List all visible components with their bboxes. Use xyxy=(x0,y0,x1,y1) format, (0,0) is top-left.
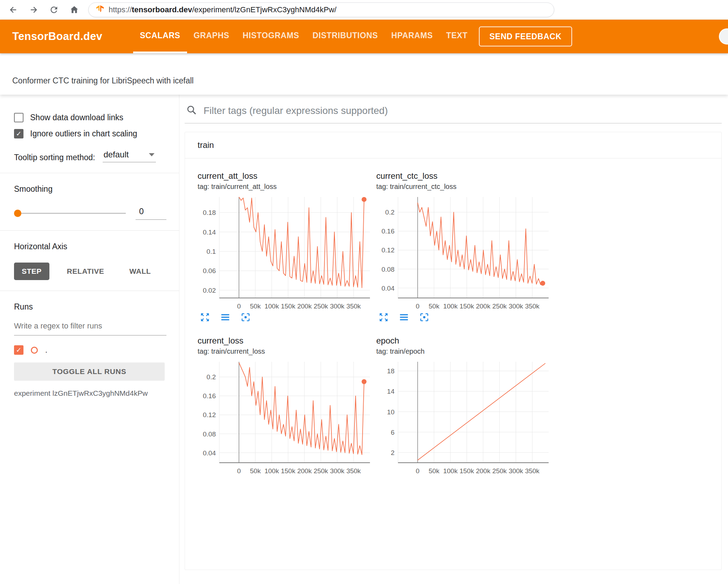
reload-icon[interactable] xyxy=(49,5,59,15)
chevron-down-icon xyxy=(149,153,154,156)
smoothing-label: Smoothing xyxy=(14,184,166,194)
chart-title: epoch xyxy=(376,336,555,346)
section-header-train[interactable]: train xyxy=(185,132,721,158)
toggle-all-runs-button[interactable]: TOGGLE ALL RUNS xyxy=(14,362,165,381)
checkbox-ignore-outliers[interactable]: ✓ xyxy=(14,129,23,138)
svg-text:250k: 250k xyxy=(314,303,328,310)
search-icon xyxy=(186,104,197,117)
run-checkbox[interactable]: ✓ xyxy=(14,345,23,355)
axis-step-button[interactable]: STEP xyxy=(14,263,49,280)
svg-text:0.2: 0.2 xyxy=(207,373,216,381)
checkbox-show-download-links[interactable]: ✓ xyxy=(14,113,23,122)
chart-card-epoch: epoch tag: train/epoch 26101418050k100k1… xyxy=(376,336,555,475)
site-favicon xyxy=(96,5,104,15)
checkbox-label: Show data download links xyxy=(30,113,123,122)
svg-text:100k: 100k xyxy=(443,467,458,475)
svg-text:0: 0 xyxy=(237,303,241,310)
chart-tag: tag: train/current_att_loss xyxy=(198,183,376,191)
show-download-row: ✓ Show data download links xyxy=(14,113,166,122)
url-path: /experiment/lzGnETjwRxC3yghNMd4kPw/ xyxy=(192,5,336,14)
svg-text:250k: 250k xyxy=(314,467,328,475)
smoothing-slider-track[interactable] xyxy=(21,213,126,214)
main-content: train current_att_loss tag: train/curren… xyxy=(180,95,728,584)
scalar-line-chart[interactable]: 0.020.060.10.140.18050k100k150k200k250k3… xyxy=(198,195,373,311)
chart-card-current-loss: current_loss tag: train/current_loss 0.0… xyxy=(198,336,376,475)
horizontal-lines-icon[interactable] xyxy=(399,312,409,324)
run-color-circle[interactable] xyxy=(31,347,38,354)
app-header: TensorBoard.dev SCALARS GRAPHS HISTOGRAM… xyxy=(0,20,728,53)
svg-text:0.04: 0.04 xyxy=(203,449,216,457)
forward-icon[interactable] xyxy=(29,5,39,15)
tab-hparams[interactable]: HPARAMS xyxy=(385,20,440,53)
profile-avatar[interactable] xyxy=(719,28,728,45)
svg-text:250k: 250k xyxy=(492,303,507,310)
svg-text:0.08: 0.08 xyxy=(382,266,394,273)
expand-icon[interactable] xyxy=(200,312,210,324)
browser-chrome: https://tensorboard.dev/experiment/lzGnE… xyxy=(0,0,728,20)
send-feedback-button[interactable]: SEND FEEDBACK xyxy=(479,27,572,47)
svg-text:0.18: 0.18 xyxy=(203,209,216,216)
svg-text:18: 18 xyxy=(387,367,394,375)
svg-text:100k: 100k xyxy=(443,303,458,310)
dropdown-value: default xyxy=(103,150,129,159)
svg-text:300k: 300k xyxy=(509,467,523,475)
tab-scalars[interactable]: SCALARS xyxy=(133,20,187,53)
back-icon[interactable] xyxy=(8,5,18,15)
fit-domain-icon[interactable] xyxy=(240,312,251,324)
axis-wall-button[interactable]: WALL xyxy=(122,263,158,280)
horizontal-lines-icon[interactable] xyxy=(220,312,231,324)
tag-filter-input[interactable] xyxy=(203,105,722,117)
svg-text:50k: 50k xyxy=(429,467,440,475)
tab-text[interactable]: TEXT xyxy=(440,20,474,53)
svg-text:250k: 250k xyxy=(492,467,507,475)
chart-toolbar xyxy=(376,312,555,324)
chart-tag: tag: train/current_loss xyxy=(198,347,376,355)
divider xyxy=(0,230,179,231)
divider xyxy=(0,291,179,291)
tooltip-sorting-dropdown[interactable]: default xyxy=(103,149,156,162)
tab-graphs[interactable]: GRAPHS xyxy=(187,20,236,53)
run-row: ✓ . xyxy=(14,345,166,355)
svg-text:350k: 350k xyxy=(346,303,361,310)
svg-text:100k: 100k xyxy=(265,467,279,475)
smoothing-value-input[interactable] xyxy=(136,206,166,220)
svg-text:0.04: 0.04 xyxy=(382,285,394,292)
svg-text:0.02: 0.02 xyxy=(203,287,216,294)
svg-text:2: 2 xyxy=(391,449,394,456)
url-host: tensorboard.dev xyxy=(132,5,192,14)
scalar-line-chart[interactable]: 26101418050k100k150k200k250k300k350k xyxy=(376,360,551,475)
chart-card-current-att-loss: current_att_loss tag: train/current_att_… xyxy=(198,171,376,324)
nav-tabs: SCALARS GRAPHS HISTOGRAMS DISTRIBUTIONS … xyxy=(133,20,474,53)
tab-distributions[interactable]: DISTRIBUTIONS xyxy=(306,20,385,53)
svg-text:0: 0 xyxy=(416,467,420,475)
svg-text:0: 0 xyxy=(237,467,241,475)
scalar-line-chart[interactable]: 0.040.080.120.160.2050k100k150k200k250k3… xyxy=(198,360,373,475)
horizontal-axis-label: Horizontal Axis xyxy=(14,242,166,251)
axis-relative-button[interactable]: RELATIVE xyxy=(59,263,112,280)
svg-text:350k: 350k xyxy=(346,467,361,475)
address-bar[interactable]: https://tensorboard.dev/experiment/lzGnE… xyxy=(88,2,554,17)
runs-filter-input[interactable] xyxy=(14,321,166,335)
svg-text:0.08: 0.08 xyxy=(203,430,216,438)
expand-icon[interactable] xyxy=(378,312,389,324)
url-text: https://tensorboard.dev/experiment/lzGnE… xyxy=(109,5,336,14)
svg-text:0.06: 0.06 xyxy=(203,267,216,274)
ignore-outliers-row: ✓ Ignore outliers in chart scaling xyxy=(14,129,166,138)
chart-tag: tag: train/epoch xyxy=(376,347,555,355)
fit-domain-icon[interactable] xyxy=(419,312,430,324)
svg-text:350k: 350k xyxy=(525,467,540,475)
smoothing-slider-knob[interactable] xyxy=(14,210,21,217)
svg-text:150k: 150k xyxy=(460,303,474,310)
svg-text:0.16: 0.16 xyxy=(203,392,216,400)
tooltip-sorting-row: Tooltip sorting method: default xyxy=(14,149,166,162)
runs-label: Runs xyxy=(14,302,166,312)
svg-text:200k: 200k xyxy=(297,467,312,475)
settings-sidebar: ✓ Show data download links ✓ Ignore outl… xyxy=(0,95,179,584)
svg-text:350k: 350k xyxy=(525,303,540,310)
experiment-id-note: experiment lzGnETjwRxC3yghNMd4kPw xyxy=(14,389,166,398)
home-icon[interactable] xyxy=(69,5,79,15)
scalar-line-chart[interactable]: 0.040.080.120.160.2050k100k150k200k250k3… xyxy=(376,195,551,311)
tab-histograms[interactable]: HISTOGRAMS xyxy=(236,20,306,53)
chart-card-current-ctc-loss: current_ctc_loss tag: train/current_ctc_… xyxy=(376,171,555,324)
app-logo: TensorBoard.dev xyxy=(0,30,102,43)
